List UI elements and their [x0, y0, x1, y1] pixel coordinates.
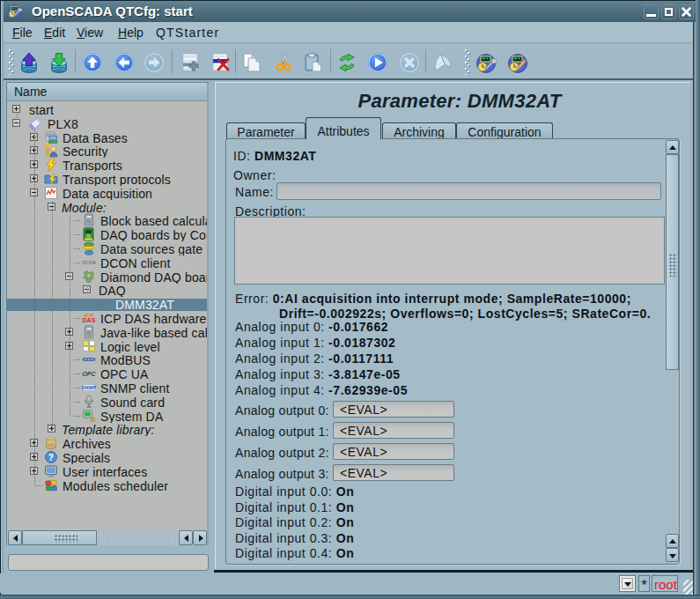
- svg-text:DAS: DAS: [82, 317, 95, 323]
- svg-text:DCON: DCON: [82, 260, 96, 265]
- svg-text:OPC: OPC: [82, 371, 96, 377]
- svg-text:SNMP: SNMP: [82, 385, 96, 390]
- svg-text:?: ?: [48, 453, 54, 462]
